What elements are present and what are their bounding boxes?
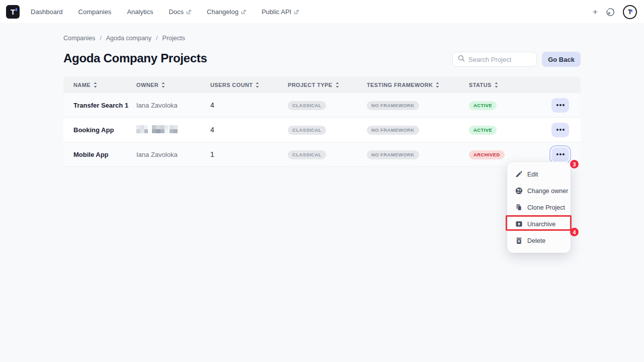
top-navbar: T Dashboard Companies Analytics Docs Cha… xyxy=(0,0,644,24)
sort-icon xyxy=(93,82,98,88)
column-header-owner[interactable]: OWNER xyxy=(136,82,210,88)
testing-framework-badge: NO FRAMEWORK xyxy=(367,126,419,135)
nav-item-analytics[interactable]: Analytics xyxy=(127,8,153,16)
sort-icon xyxy=(255,82,260,88)
nav-item-docs[interactable]: Docs xyxy=(169,8,191,16)
project-owner: Iana Zavoloka xyxy=(136,151,210,158)
column-header-status[interactable]: STATUS xyxy=(469,82,529,88)
go-back-button[interactable]: Go Back xyxy=(542,52,581,67)
project-type-badge: CLASSICAL xyxy=(288,101,326,110)
users-count: 4 xyxy=(210,101,288,109)
status-badge: ACTIVE xyxy=(469,101,497,110)
row-actions-button[interactable] xyxy=(551,98,569,113)
breadcrumb-agoda-company[interactable]: Agoda company xyxy=(106,35,151,42)
menu-item-change-owner[interactable]: Change owner xyxy=(507,183,571,199)
testing-framework-badge: NO FRAMEWORK xyxy=(367,150,419,159)
menu-item-edit[interactable]: Edit xyxy=(507,166,571,183)
nav-item-label: Docs xyxy=(169,8,184,16)
table-row: Booking App 4 CLASSICAL NO FRAMEWORK ACT… xyxy=(63,118,581,142)
screen: T Dashboard Companies Analytics Docs Cha… xyxy=(0,0,644,362)
breadcrumb-separator: / xyxy=(100,35,101,42)
testing-framework-badge: NO FRAMEWORK xyxy=(367,101,419,110)
nav-item-label: Analytics xyxy=(127,8,153,16)
row-actions-menu: Edit Change owner Clone Project xyxy=(507,162,571,253)
column-header-testing-framework[interactable]: TESTING FRAMEWORK xyxy=(367,82,469,88)
external-link-icon xyxy=(241,10,246,15)
breadcrumb-projects[interactable]: Projects xyxy=(163,35,185,42)
unarchive-icon xyxy=(515,220,523,228)
projects-table: NAME OWNER USERS COUNT PROJECT TYPE TEST… xyxy=(63,76,581,167)
row-actions-button[interactable] xyxy=(551,147,569,162)
menu-item-label: Unarchive xyxy=(527,221,555,228)
users-count: 1 xyxy=(210,150,288,158)
annotation-step-4-badge: 4 xyxy=(570,228,579,236)
menu-item-label: Clone Project xyxy=(527,204,565,211)
project-name: Mobile App xyxy=(63,151,136,158)
users-count: 4 xyxy=(210,126,288,134)
sort-icon xyxy=(494,82,499,88)
ellipsis-icon xyxy=(559,129,561,131)
status-badge: ACTIVE xyxy=(469,126,497,135)
project-type-badge: CLASSICAL xyxy=(288,150,326,159)
nav-item-changelog[interactable]: Changelog xyxy=(207,8,246,16)
user-avatar[interactable]: T xyxy=(623,5,637,19)
column-header-users-count[interactable]: USERS COUNT xyxy=(210,82,288,88)
project-type-badge: CLASSICAL xyxy=(288,126,326,135)
app-logo-letter: T xyxy=(11,8,15,16)
menu-item-label: Change owner xyxy=(527,188,568,195)
add-icon[interactable]: + xyxy=(593,8,598,16)
search-icon xyxy=(458,55,465,64)
row-actions-button[interactable] xyxy=(551,123,569,137)
annotation-step-3-badge: 3 xyxy=(570,160,579,168)
nav-item-label: Companies xyxy=(78,8,112,16)
ellipsis-icon xyxy=(559,153,561,155)
search-project-input[interactable] xyxy=(468,56,531,63)
feed-icon[interactable] xyxy=(606,8,615,17)
breadcrumb-companies[interactable]: Companies xyxy=(63,35,95,42)
table-header: NAME OWNER USERS COUNT PROJECT TYPE TEST… xyxy=(63,76,581,93)
page-title: Agoda Company Projects xyxy=(63,51,207,65)
menu-item-delete[interactable]: Delete xyxy=(507,232,571,249)
menu-item-label: Edit xyxy=(527,171,538,178)
external-link-icon xyxy=(186,10,191,15)
table-row: Transfer Search 1 Iana Zavoloka 4 CLASSI… xyxy=(63,93,581,118)
sort-icon xyxy=(335,82,340,88)
search-project-box xyxy=(452,52,537,67)
sort-icon xyxy=(435,82,440,88)
project-name: Booking App xyxy=(63,126,136,134)
breadcrumb-separator: / xyxy=(156,35,157,42)
breadcrumb: Companies / Agoda company / Projects xyxy=(63,35,185,42)
nav-item-dashboard[interactable]: Dashboard xyxy=(31,8,63,16)
trash-x-icon xyxy=(515,237,523,244)
ellipsis-icon xyxy=(559,104,561,106)
status-badge: ARCHIVED xyxy=(469,150,505,159)
nav-item-label: Dashboard xyxy=(31,8,63,16)
column-header-project-type[interactable]: PROJECT TYPE xyxy=(288,82,367,88)
nav-links: Dashboard Companies Analytics Docs Chang… xyxy=(31,8,299,16)
project-owner: Iana Zavoloka xyxy=(136,102,210,109)
avatar-accent xyxy=(631,10,632,12)
menu-item-clone-project[interactable]: Clone Project xyxy=(507,199,571,216)
menu-item-label: Delete xyxy=(527,237,545,244)
nav-item-companies[interactable]: Companies xyxy=(78,8,112,16)
pencil-icon xyxy=(515,170,523,178)
sort-icon xyxy=(161,82,166,88)
nav-right: + T xyxy=(593,5,644,19)
users-icon xyxy=(515,187,523,195)
app-logo[interactable]: T xyxy=(6,5,20,19)
nav-item-public-api[interactable]: Public API xyxy=(262,8,299,16)
external-link-icon xyxy=(294,10,299,15)
project-name: Transfer Search 1 xyxy=(63,102,136,109)
nav-item-label: Changelog xyxy=(207,8,238,16)
copy-icon xyxy=(515,204,523,211)
nav-item-label: Public API xyxy=(262,8,291,16)
menu-item-unarchive[interactable]: Unarchive xyxy=(507,216,571,232)
column-header-name[interactable]: NAME xyxy=(63,82,136,88)
table-row: Mobile App Iana Zavoloka 1 CLASSICAL NO … xyxy=(63,142,581,167)
redacted-owner xyxy=(136,125,178,133)
logo-accent xyxy=(16,8,17,11)
